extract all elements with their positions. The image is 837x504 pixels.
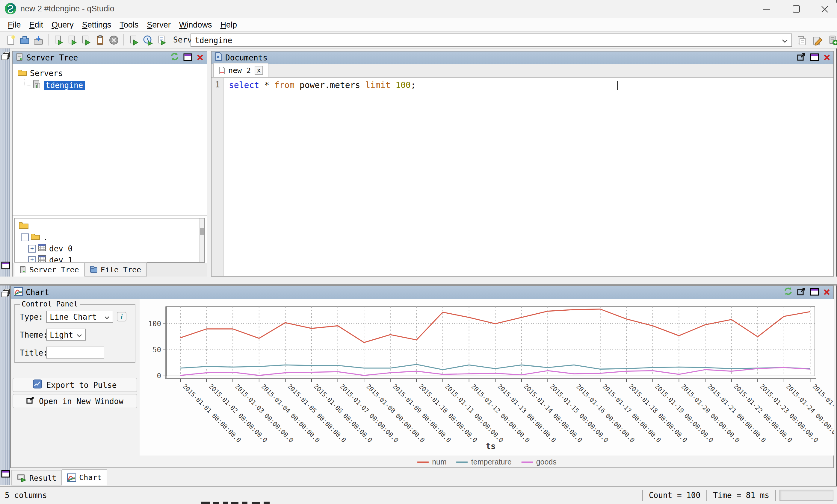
menu-tools[interactable]: Tools [115, 19, 143, 30]
collapse-toggle[interactable]: - [21, 233, 29, 241]
watched-query-icon[interactable] [141, 34, 154, 46]
background-artifact [213, 502, 219, 504]
status-time: Time = 81 ms [707, 491, 775, 500]
sql-token: * [259, 80, 274, 90]
tab-close-button[interactable]: x [254, 66, 263, 75]
sql-editor[interactable]: 1 select * from power.meters limit 100; [212, 78, 833, 276]
restore-window-icon[interactable] [1, 262, 11, 272]
text-caret [617, 81, 618, 90]
open-file-icon[interactable] [18, 34, 31, 46]
server-tree-panel-header: Server Tree [13, 52, 207, 64]
progress-bar [780, 490, 833, 501]
legend-swatch [417, 462, 429, 463]
tab-chart[interactable]: Chart [62, 469, 107, 485]
result-icon [17, 473, 26, 482]
tree-node-servers[interactable]: Servers [17, 68, 207, 78]
button-label: Open in New Window [39, 396, 123, 406]
unsaved-document-icon [219, 66, 225, 74]
document-icon [214, 52, 222, 63]
panel-title: Chart [26, 288, 49, 297]
folder-icon [19, 221, 29, 231]
legend-label: num [432, 458, 447, 466]
export-to-pulse-button[interactable]: Export to Pulse [13, 378, 137, 392]
maximize-panel-icon[interactable] [183, 52, 192, 63]
menu-server[interactable]: Server [143, 19, 175, 30]
sql-token: select [229, 80, 259, 90]
background-artifact [264, 502, 270, 504]
scrollbar[interactable] [199, 219, 204, 262]
menu-file[interactable]: File [4, 19, 25, 30]
window-stack-icon[interactable] [1, 52, 11, 63]
legend-swatch [521, 462, 533, 463]
menu-help[interactable]: Help [216, 19, 241, 30]
save-icon[interactable] [32, 34, 44, 46]
open-in-new-window-button[interactable]: Open in New Window [13, 394, 137, 408]
file-tree-root[interactable] [19, 220, 204, 231]
menu-bar: FileEditQuerySettingsToolsServerWindowsH… [0, 18, 837, 32]
chart-info-button[interactable]: i [117, 312, 126, 321]
server-select-value: tdengine [195, 36, 232, 44]
cancel-query-icon[interactable] [107, 34, 120, 46]
run-query-icon[interactable] [52, 34, 65, 46]
menu-edit[interactable]: Edit [25, 19, 48, 30]
tab-new2[interactable]: new 2 x [213, 63, 269, 77]
tree-node-tdengine[interactable]: tdengine [24, 80, 207, 90]
open-in-new-window-icon[interactable] [797, 52, 806, 63]
close-panel-icon[interactable] [823, 52, 831, 63]
close-button[interactable] [812, 0, 837, 18]
app-logo-icon [4, 2, 17, 17]
sql-code-line: select * from power.meters limit 100; [229, 80, 416, 90]
add-server-icon[interactable] [826, 34, 837, 46]
server-icon [32, 79, 41, 91]
chart-title-input[interactable] [46, 347, 104, 358]
server-icon [19, 265, 26, 273]
theme-select-value: Light [50, 330, 73, 339]
menu-query[interactable]: Query [47, 19, 78, 30]
expand-toggle[interactable]: + [28, 244, 36, 252]
maximize-button[interactable] [784, 0, 809, 18]
scratchpad-icon[interactable] [155, 34, 168, 46]
type-label: Type: [20, 313, 43, 321]
edit-server-icon[interactable] [811, 34, 823, 46]
server-icon [16, 52, 23, 63]
type-select-value: Line Chart [50, 312, 97, 321]
line-number: 1 [215, 80, 220, 89]
legend-item-num: num [417, 458, 447, 466]
close-panel-icon[interactable] [197, 52, 204, 63]
run-selection-icon[interactable] [80, 34, 92, 46]
tab-server-tree[interactable]: Server Tree [14, 262, 85, 277]
server-select[interactable]: tdengine [191, 34, 792, 47]
clipboard-icon[interactable] [93, 34, 106, 46]
menu-windows[interactable]: Windows [175, 19, 216, 30]
refresh-icon[interactable] [784, 287, 793, 298]
chevron-down-icon [104, 312, 110, 321]
theme-select[interactable]: Light [46, 329, 86, 341]
close-panel-icon[interactable] [823, 287, 831, 298]
legend-item-temperature: temperature [456, 458, 512, 466]
svg-text:0: 0 [157, 372, 161, 380]
horizontal-splitter[interactable] [0, 277, 837, 285]
table-icon [38, 244, 46, 253]
chart-canvas: 0501002015-01-01 00:00:00.02015-01-02 00… [140, 299, 834, 455]
toolbar: Server: tdengine [0, 32, 837, 49]
send-query-icon[interactable] [128, 34, 140, 46]
open-in-new-window-icon[interactable] [797, 287, 806, 298]
maximize-panel-icon[interactable] [810, 287, 819, 298]
minimize-button[interactable] [754, 0, 779, 18]
refresh-icon[interactable] [170, 52, 179, 63]
maximize-panel-icon[interactable] [810, 52, 819, 63]
copy-server-icon[interactable] [795, 34, 808, 46]
run-line-icon[interactable] [66, 34, 78, 46]
background-artifact [201, 502, 210, 504]
legend-swatch [456, 462, 468, 463]
new-file-icon[interactable] [4, 34, 17, 46]
file-tree-dot-folder[interactable]: - . [21, 232, 204, 242]
window-stack-icon[interactable] [1, 288, 11, 300]
tab-file-tree[interactable]: File Tree [85, 262, 146, 277]
scrollbar-thumb[interactable] [200, 228, 204, 235]
file-tree-table-row[interactable]: + dev_0 [28, 243, 204, 254]
menu-settings[interactable]: Settings [78, 19, 115, 30]
type-select[interactable]: Line Chart [46, 311, 113, 323]
tab-result[interactable]: Result [12, 470, 62, 485]
restore-window-icon[interactable] [1, 470, 11, 481]
